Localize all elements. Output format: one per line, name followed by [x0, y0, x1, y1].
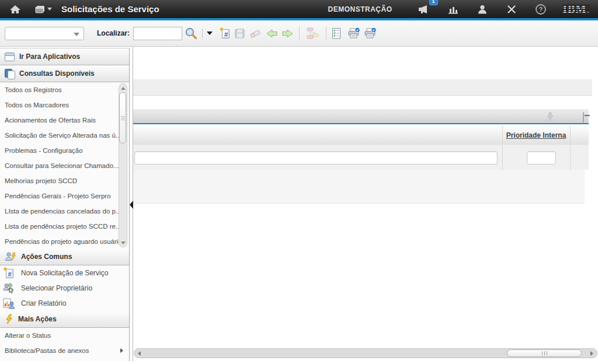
- query-item[interactable]: LIsta de pendencias canceladas do p...: [0, 204, 129, 219]
- workflow-button[interactable]: [303, 25, 322, 41]
- section-label: Ir Para Aplicativos: [19, 52, 80, 61]
- bulletin-board-button[interactable]: 1: [417, 2, 431, 16]
- applications-icon: [35, 5, 45, 13]
- submenu-arrow-icon: [120, 348, 123, 353]
- printer-check-icon: [364, 27, 377, 39]
- description-filter-input[interactable]: [134, 151, 498, 164]
- section-label: Mais Ações: [18, 315, 57, 323]
- previous-record-button[interactable]: [264, 25, 280, 41]
- home-icon-glyph: [9, 5, 21, 14]
- minimize-table-button[interactable]: [583, 113, 584, 123]
- query-list-scrollbar[interactable]: [119, 83, 127, 247]
- person-icon: [477, 5, 488, 14]
- scroll-right-button[interactable]: [588, 349, 596, 357]
- triangle-left-icon: [138, 351, 141, 356]
- scrollbar-thumb[interactable]: [507, 349, 582, 357]
- export-button[interactable]: [543, 112, 555, 124]
- query-item[interactable]: Pendências Gerais - Projeto Serpro: [0, 188, 129, 204]
- query-item[interactable]: Consultar para Selecionar Chamado...: [0, 158, 129, 173]
- svg-text:?: ?: [538, 6, 543, 13]
- action-new-service-request[interactable]: # ✦ Nova Solicitação de Serviço: [0, 265, 129, 281]
- scrollbar-thumb[interactable]: [119, 92, 126, 144]
- action-label: Nova Solicitação de Serviço: [21, 269, 108, 277]
- table-empty-area: [133, 170, 585, 204]
- column-separator: [502, 145, 503, 170]
- query-select[interactable]: [5, 27, 84, 40]
- action-change-status[interactable]: Alterar o Status: [0, 328, 129, 343]
- query-item[interactable]: Acionamentos de Ofertas Rais: [0, 113, 129, 128]
- applications-menu-button[interactable]: [35, 5, 52, 13]
- search-input[interactable]: [133, 27, 182, 40]
- search-button[interactable]: [182, 25, 200, 41]
- priority-column-header[interactable]: Prioridade Interna: [502, 125, 570, 145]
- page-title: Solicitações de Serviço: [61, 4, 159, 14]
- save-icon: [234, 28, 245, 39]
- action-label: Biblioteca/Pastas de anexos: [5, 347, 89, 354]
- action-attachments-library[interactable]: Biblioteca/Pastas de anexos: [0, 343, 129, 358]
- minimize-icon: [583, 112, 584, 123]
- separator: [299, 26, 300, 40]
- ibm-logo: IBM®: [563, 4, 590, 15]
- query-item[interactable]: Problemas - Configuração: [0, 143, 129, 158]
- sidebar-section-common-actions[interactable]: Ações Comuns: [0, 249, 129, 265]
- triangle-up-icon: [121, 87, 126, 90]
- arrow-left-icon: [266, 29, 278, 38]
- lightning-icon: [5, 314, 13, 324]
- environment-label: DEMONSTRAÇÃO: [328, 5, 392, 13]
- sidebar-section-available-queries[interactable]: Consultas Disponíveis: [0, 65, 129, 82]
- eraser-icon: [249, 28, 262, 39]
- profile-button[interactable]: [475, 2, 489, 16]
- help-icon: ?: [535, 4, 547, 15]
- arrow-right-icon: [281, 29, 294, 38]
- common-actions-list: # ✦ Nova Solicitação de Serviço S: [0, 265, 129, 311]
- reports-button[interactable]: [446, 2, 460, 16]
- scroll-down-button[interactable]: [120, 239, 126, 246]
- person-lightning-icon: [5, 252, 16, 262]
- triangle-down-icon: [121, 242, 126, 244]
- new-record-icon: # ✦: [220, 27, 231, 40]
- main-content: Prioridade Interna: [133, 47, 598, 361]
- query-item[interactable]: Todos os Marcadores: [0, 97, 129, 113]
- query-item[interactable]: Melhorias projeto SCCD: [0, 173, 129, 188]
- bar-chart-icon: [447, 5, 459, 14]
- create-report-icon: [3, 298, 15, 309]
- search-icon: [184, 26, 198, 40]
- new-record-icon: # ✦: [4, 267, 15, 279]
- grip-icon: [121, 118, 125, 118]
- close-icon: [507, 5, 516, 14]
- scroll-left-button[interactable]: [135, 349, 143, 357]
- query-item[interactable]: Todos os Registros: [0, 82, 129, 97]
- action-select-owner[interactable]: Selecionar Proprietário: [0, 281, 129, 296]
- search-options-caret[interactable]: [205, 25, 214, 41]
- print-button[interactable]: [346, 25, 362, 41]
- action-label: Criar Relatório: [21, 299, 66, 307]
- action-create-report[interactable]: Criar Relatório: [0, 296, 129, 311]
- help-button[interactable]: ?: [534, 2, 548, 16]
- new-record-button[interactable]: # ✦: [218, 25, 232, 41]
- table-toolbar: [133, 109, 589, 124]
- table-header-row: Prioridade Interna: [133, 125, 589, 145]
- priority-filter-input[interactable]: [527, 151, 556, 164]
- print-with-attachments-button[interactable]: [362, 25, 378, 41]
- printer-check-icon: [347, 27, 360, 39]
- home-icon[interactable]: [8, 2, 22, 16]
- query-item[interactable]: Lista de pendências projeto SCCD re...: [0, 219, 129, 234]
- signout-button[interactable]: [505, 2, 519, 16]
- column-separator: [570, 145, 571, 170]
- clear-changes-button[interactable]: [247, 25, 264, 41]
- query-item[interactable]: Solicitação de Serviço Alterada nas ú...: [0, 128, 129, 143]
- registered-mark: ®: [587, 11, 590, 15]
- sidebar-section-more-actions[interactable]: Mais Ações: [0, 311, 129, 328]
- top-navigation-bar: Solicitações de Serviço DEMONSTRAÇÃO 1: [0, 0, 598, 20]
- section-label: Consultas Disponíveis: [19, 69, 95, 78]
- export-icon: [543, 112, 555, 121]
- next-record-button[interactable]: [280, 25, 295, 41]
- horizontal-scrollbar[interactable]: [134, 348, 597, 358]
- checklist-icon: [332, 27, 342, 40]
- scroll-up-button[interactable]: [120, 85, 126, 92]
- query-item[interactable]: Pendências do projeto aguardo usuário: [0, 234, 129, 249]
- select-owner-icon: [3, 283, 15, 294]
- save-button[interactable]: [232, 25, 247, 41]
- sidebar-item-go-to-applications[interactable]: Ir Para Aplicativos: [0, 48, 129, 65]
- run-reports-button[interactable]: [330, 25, 343, 41]
